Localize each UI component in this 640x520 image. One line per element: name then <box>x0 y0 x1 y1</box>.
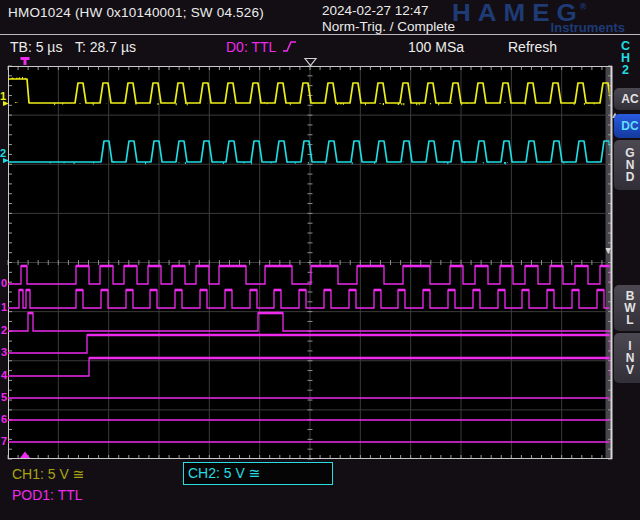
registered-mark: ® <box>580 3 587 12</box>
dc-coupling-button[interactable]: DC <box>614 114 640 138</box>
rising-edge-icon <box>282 39 297 54</box>
datetime: 2024-02-27 12:47 <box>322 3 429 18</box>
svg-text:5: 5 <box>1 391 7 403</box>
ch2-scale-label-selected[interactable]: CH2: 5 V ≅ <box>183 462 333 485</box>
svg-text:1: 1 <box>0 90 6 102</box>
svg-text:7: 7 <box>1 435 7 447</box>
svg-text:1: 1 <box>1 301 7 313</box>
invert-button[interactable]: INV <box>614 333 640 383</box>
svg-text:0: 0 <box>1 277 7 289</box>
svg-text:2: 2 <box>1 324 7 336</box>
timebase-readout: TB: 5 µs <box>10 39 62 55</box>
svg-text:6: 6 <box>1 413 7 425</box>
pod1-label: POD1: TTL <box>12 487 83 503</box>
bandwidth-limit-button[interactable]: BWL <box>614 285 640 331</box>
svg-text:2: 2 <box>0 147 6 159</box>
trigger-source-readout: D0: TTL <box>226 39 297 55</box>
scope-display: 1201234567 <box>0 0 640 520</box>
ch1-scale-label: CH1: 5 V ≅ <box>12 466 84 482</box>
gnd-coupling-button[interactable]: GND <box>614 140 640 190</box>
sample-rate-readout: 100 MSa <box>408 39 464 55</box>
svg-text:4: 4 <box>1 369 8 381</box>
svg-text:3: 3 <box>1 346 7 358</box>
ch1-coupling-icon: ≅ <box>73 466 85 482</box>
ch2-coupling-icon: ≅ <box>249 465 261 481</box>
oscilloscope-screen: 1201234567 HMO1024 (HW 0x10140001; SW 04… <box>0 0 640 520</box>
header-divider <box>0 34 640 35</box>
ac-coupling-button[interactable]: AC <box>614 88 640 110</box>
hameg-logo-subtitle: Instruments <box>551 20 625 35</box>
trigger-status: Norm-Trig. / Complete <box>322 19 455 34</box>
device-title: HMO1024 (HW 0x10140001; SW 04.526) <box>8 5 264 20</box>
trigger-time-readout: T: 28.7 µs <box>75 39 136 55</box>
sidebar-channel-label: CH2 <box>621 40 630 76</box>
acquisition-mode-readout: Refresh <box>508 39 557 55</box>
